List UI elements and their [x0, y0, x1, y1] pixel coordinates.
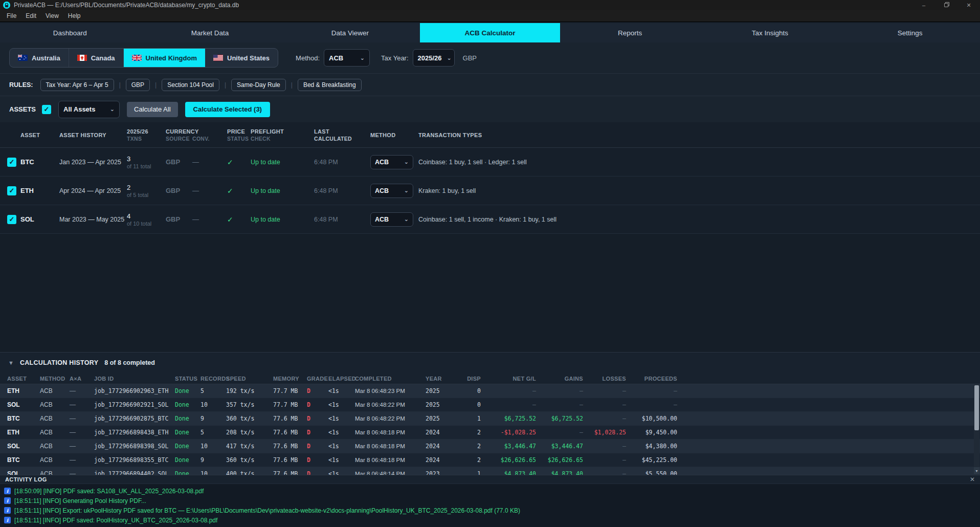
rule-pill: Bed & Breakfasting: [298, 79, 362, 91]
job-asset: BTC: [7, 456, 40, 464]
transaction-types: Coinbase: 1 sell, 1 income · Kraken: 1 b…: [418, 216, 980, 223]
asset-checkbox[interactable]: ✓: [7, 215, 16, 224]
country-united-states[interactable]: United States: [205, 49, 278, 67]
method-value: ACB: [329, 54, 343, 62]
asset-row: ✓ SOL Mar 2023 — May 2025 4of 10 total G…: [0, 205, 980, 234]
info-icon: i: [4, 507, 11, 514]
chevron-down-icon: ⌄: [110, 106, 115, 113]
menu-item[interactable]: File: [2, 12, 21, 19]
calculate-selected-button[interactable]: Calculate Selected (3): [185, 102, 270, 117]
tab[interactable]: Tax Insights: [700, 23, 840, 42]
job-axa: —: [70, 387, 94, 394]
country-canada[interactable]: Canada: [69, 49, 124, 67]
scroll-down-icon[interactable]: ▼: [974, 467, 979, 474]
chevron-down-icon: ⌄: [404, 187, 409, 194]
rule-pill: Section 104 Pool: [162, 79, 219, 91]
close-icon[interactable]: ✕: [970, 476, 975, 483]
history-scrollbar[interactable]: ▼: [974, 384, 979, 475]
tab[interactable]: ACB Calculator: [420, 23, 560, 42]
log-line: i [18:50:09] [INFO] PDF saved: SA108_UK_…: [4, 486, 976, 496]
rules-label: RULES:: [9, 81, 33, 89]
minimize-icon[interactable]: –: [912, 0, 935, 10]
tab[interactable]: Dashboard: [0, 23, 140, 42]
job-gains: –: [536, 387, 583, 394]
menu-item[interactable]: Edit: [21, 12, 41, 19]
history-row: ETH ACB — job_1772966902963_ETH Done 5 1…: [0, 384, 980, 398]
job-method: ACB: [40, 456, 70, 464]
rule-item: Bed & Breakfasting |: [298, 79, 362, 91]
asset-txns: 2of 5 total: [127, 184, 166, 198]
country-australia[interactable]: Australia: [10, 49, 69, 67]
method-select[interactable]: ACB ⌄: [324, 49, 370, 67]
tab[interactable]: Data Viewer: [280, 23, 420, 42]
maximize-icon[interactable]: [935, 0, 957, 10]
job-status: Done: [175, 401, 201, 408]
job-speed: 192 tx/s: [226, 387, 273, 394]
tab[interactable]: Market Data: [140, 23, 280, 42]
country-united-kingdom[interactable]: United Kingdom: [124, 49, 205, 67]
job-gains: –: [536, 429, 583, 436]
job-net-gl: $26,626.65: [481, 456, 536, 464]
collapse-triangle-icon[interactable]: ▼: [8, 360, 14, 366]
menu-item[interactable]: Help: [63, 12, 85, 19]
rule-separator: |: [119, 81, 121, 89]
scrollbar-thumb[interactable]: [974, 385, 979, 430]
job-disposals: 2: [455, 429, 481, 436]
job-id: job_1772966898398_SOL: [94, 443, 175, 450]
assets-label: ASSETS: [9, 105, 36, 113]
col-price-status: PRICESTATUS: [227, 128, 251, 142]
jurisdiction-toolbar: Australia Canada United Kingdom United S…: [0, 42, 980, 73]
job-records: 9: [201, 456, 226, 464]
job-axa: —: [70, 470, 94, 475]
rule-pill: GBP: [126, 79, 150, 91]
job-disposals: 2: [455, 456, 481, 464]
job-grade: D: [307, 387, 328, 394]
row-method-select[interactable]: ACB⌄: [370, 155, 413, 169]
job-disposals: 2: [455, 443, 481, 450]
job-id: job_1772966898355_BTC: [94, 456, 175, 464]
job-method: ACB: [40, 415, 70, 422]
job-elapsed: <1s: [328, 415, 355, 422]
job-status: Done: [175, 443, 201, 450]
canada-flag-icon: [77, 55, 87, 61]
job-memory: 77.6 MB: [273, 456, 307, 464]
activity-log-header: ACTIVITY LOG ✕: [0, 475, 980, 484]
job-speed: 400 tx/s: [226, 470, 273, 475]
job-method: ACB: [40, 429, 70, 436]
asset-checkbox[interactable]: ✓: [7, 158, 16, 167]
job-completed: Mar 8 06:48:18 PM: [355, 457, 426, 463]
job-year: 2025: [426, 387, 455, 394]
job-losses: –: [583, 443, 626, 450]
preflight-status: Up to date: [251, 216, 314, 223]
select-all-checkbox[interactable]: ✓: [42, 105, 51, 114]
calculate-all-button[interactable]: Calculate All: [127, 102, 178, 117]
job-method: ACB: [40, 387, 70, 394]
price-ok-icon: ✓: [227, 187, 251, 195]
asset-filter-select[interactable]: All Assets ⌄: [58, 101, 120, 118]
menu-item[interactable]: View: [41, 12, 63, 19]
title-bar: PrivateACB — E:/Users/PBL/Documents/Priv…: [0, 0, 980, 10]
job-year: 2023: [426, 470, 455, 475]
tab[interactable]: Reports: [560, 23, 700, 42]
tab[interactable]: Settings: [840, 23, 980, 42]
job-net-gl: -$1,028.25: [481, 429, 536, 436]
assets-table-header: ASSET ASSET HISTORY 2025/26TXNS CURRENCY…: [0, 122, 980, 148]
job-year: 2025: [426, 415, 455, 422]
row-method-select[interactable]: ACB⌄: [370, 184, 413, 198]
col-txns: 2025/26TXNS: [127, 128, 166, 142]
job-grade: D: [307, 429, 328, 436]
col-last-calculated: LASTCALCULATED: [314, 128, 370, 142]
country-segmented-control: Australia Canada United Kingdom United S…: [9, 48, 278, 68]
tax-year-select[interactable]: 2025/26 ⌄: [413, 49, 455, 67]
close-icon[interactable]: ✕: [957, 0, 980, 10]
asset-checkbox[interactable]: ✓: [7, 186, 16, 195]
window-title: PrivateACB — E:/Users/PBL/Documents/Priv…: [14, 2, 239, 9]
asset-history-range: Mar 2023 — May 2025: [59, 216, 127, 223]
job-net-gl: $3,446.47: [481, 443, 536, 450]
history-row: SOL ACB — job_1772966898398_SOL Done 10 …: [0, 440, 980, 453]
asset-row: ✓ BTC Jan 2023 — Apr 2025 3of 11 total G…: [0, 148, 980, 177]
job-gains: $4,873.40: [536, 470, 583, 475]
job-losses: –: [583, 387, 626, 394]
country-label: Canada: [91, 54, 115, 62]
row-method-select[interactable]: ACB⌄: [370, 212, 413, 227]
